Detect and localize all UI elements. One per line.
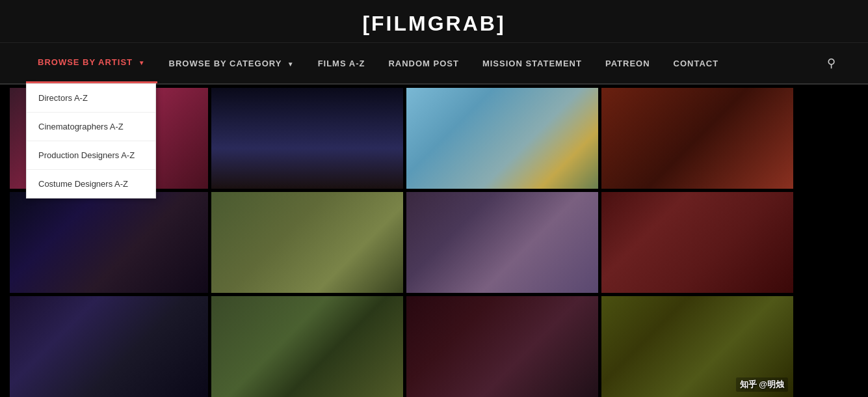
nav-browse-artist[interactable]: BROWSE BY ARTIST ▼	[26, 43, 157, 83]
film-thumbnail	[10, 192, 208, 293]
nav-contact[interactable]: CONTACT	[662, 44, 731, 83]
grid-cell-r3c3[interactable]	[406, 296, 598, 397]
film-thumbnail	[211, 296, 403, 397]
nav-patreon[interactable]: PATREON	[594, 44, 662, 83]
site-title: [FILMGRAB]	[0, 12, 868, 36]
film-thumbnail	[601, 192, 793, 293]
site-header: [FILMGRAB]	[0, 0, 868, 43]
grid-cell-r1c2[interactable]	[211, 88, 403, 189]
nav-random-post[interactable]: RANDOM POST	[376, 44, 471, 83]
nav-items: BROWSE BY ARTIST ▼ BROWSE BY CATEGORY ▼ …	[26, 43, 821, 83]
film-thumbnail	[601, 88, 793, 189]
nav-films-az[interactable]: FILMS A-Z	[306, 44, 377, 83]
dropdown-costume-designers[interactable]: Costume Designers A-Z	[27, 170, 155, 198]
chevron-down-icon: ▼	[287, 61, 295, 68]
grid-cell-r3c1[interactable]	[10, 296, 208, 397]
nav-mission-statement[interactable]: MISSION STATEMENT	[471, 44, 594, 83]
film-thumbnail	[406, 192, 598, 293]
film-thumbnail	[406, 296, 598, 397]
browse-artist-dropdown: Directors A-Z Cinematographers A-Z Produ…	[26, 83, 156, 198]
grid-cell-r1c4[interactable]	[601, 88, 793, 189]
chevron-down-icon: ▼	[138, 59, 146, 66]
grid-cell-r3c2[interactable]	[211, 296, 403, 397]
film-thumbnail	[211, 192, 403, 293]
grid-cell-r3c4[interactable]: 知乎 @明烛	[601, 296, 793, 397]
grid-cell-r1c3[interactable]	[406, 88, 598, 189]
watermark-label: 知乎 @明烛	[736, 377, 788, 392]
dropdown-cinematographers[interactable]: Cinematographers A-Z	[27, 113, 155, 141]
nav-browse-category[interactable]: BROWSE BY CATEGORY ▼	[157, 44, 306, 83]
film-thumbnail	[10, 296, 208, 397]
film-thumbnail	[211, 88, 403, 189]
grid-cell-r2c1[interactable]	[10, 192, 208, 293]
film-thumbnail	[406, 88, 598, 189]
nav-bar: BROWSE BY ARTIST ▼ BROWSE BY CATEGORY ▼ …	[0, 43, 868, 85]
grid-cell-r2c4[interactable]	[601, 192, 793, 293]
search-icon[interactable]: ⚲	[821, 49, 842, 77]
grid-cell-r2c3[interactable]	[406, 192, 598, 293]
dropdown-production-designers[interactable]: Production Designers A-Z	[27, 141, 155, 170]
dropdown-directors[interactable]: Directors A-Z	[27, 84, 155, 113]
grid-cell-r2c2[interactable]	[211, 192, 403, 293]
